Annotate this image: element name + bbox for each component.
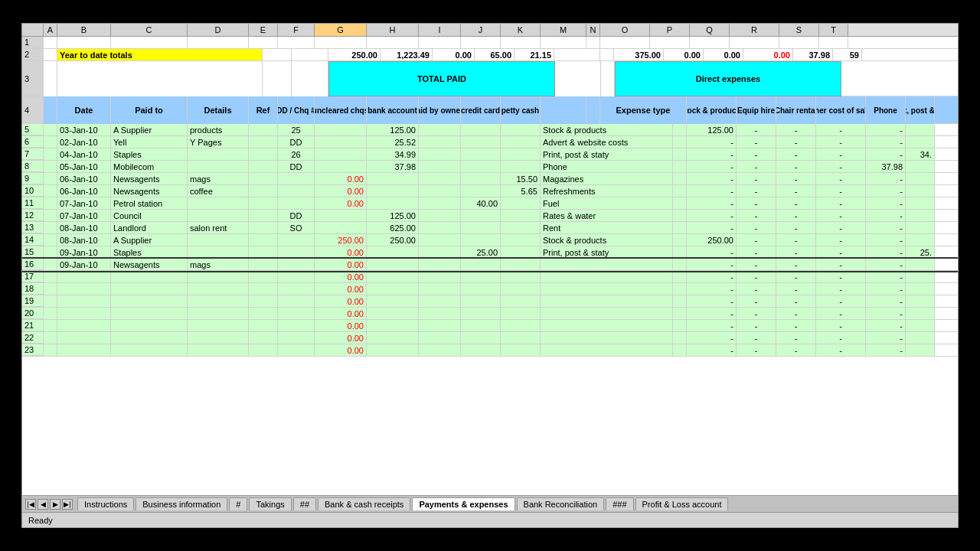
spreadsheet: A B C D E F G H I J K M N O P Q R S T 1 bbox=[21, 23, 959, 528]
row2-q: 0.00 bbox=[704, 49, 743, 60]
col-header-q: Q bbox=[690, 24, 730, 36]
row2-h: 1,223.49 bbox=[381, 49, 433, 60]
row-16: 1609-Jan-10Newsagentsmags0.00----- bbox=[22, 259, 958, 271]
row-13: 1308-Jan-10Landlordsalon rentSO625.00Ren… bbox=[22, 222, 958, 234]
col4-chair: Chair rental bbox=[776, 96, 816, 124]
col-header-h: H bbox=[367, 24, 419, 36]
col-header-k: K bbox=[501, 24, 541, 36]
row2-t: 59 bbox=[833, 49, 862, 60]
tab--[interactable]: # bbox=[229, 497, 247, 510]
row-15: 1509-Jan-10Staples0.0025.00Print, post &… bbox=[22, 246, 958, 259]
col-header-g: G bbox=[315, 24, 367, 36]
col4-other: Other cost of sales bbox=[816, 96, 866, 124]
col-header-t: T bbox=[819, 24, 848, 36]
row2-p: 0.00 bbox=[664, 49, 704, 60]
direct-expenses-header: Direct expenses bbox=[615, 61, 841, 96]
col4-dd-chq: DD / Chq # bbox=[278, 96, 315, 124]
row-2: 2 Year to date totals 250.00 1,223.49 0.… bbox=[22, 49, 958, 61]
tab-business-information[interactable]: Business information bbox=[136, 497, 227, 510]
col4-uncleared: uncleared chqs bbox=[315, 96, 367, 124]
tab-nav-last[interactable]: ▶| bbox=[62, 499, 73, 510]
col-header-i: I bbox=[419, 24, 461, 36]
status-bar: Ready bbox=[22, 512, 958, 527]
col-header-o: O bbox=[600, 24, 650, 36]
tab-payments---expenses[interactable]: Payments & expenses bbox=[412, 497, 514, 510]
tab-bar: |◀ ◀ ▶ ▶| InstructionsBusiness informati… bbox=[22, 495, 958, 512]
year-to-date-label: Year to date totals bbox=[57, 49, 263, 60]
col-header-s: S bbox=[779, 24, 819, 36]
row2-j: 65.00 bbox=[475, 49, 514, 60]
tab-bank-reconciliation[interactable]: Bank Reconciliation bbox=[517, 497, 605, 510]
row2-k: 21.15 bbox=[514, 49, 554, 60]
column-headers: A B C D E F G H I J K M N O P Q R S T bbox=[22, 24, 958, 37]
tab-container: InstructionsBusiness information#Takings… bbox=[77, 497, 728, 510]
col-header-e: E bbox=[249, 24, 278, 36]
row-6: 602-Jan-10YellY PagesDD25.52Advert & web… bbox=[22, 136, 958, 148]
row2-g: 250.00 bbox=[328, 49, 381, 60]
col-header-r: R bbox=[730, 24, 779, 36]
col4-paid-to: Paid to bbox=[111, 96, 188, 124]
col-header-j: J bbox=[461, 24, 501, 36]
col4-phone: Phone bbox=[866, 96, 906, 124]
col4-petty: petty cash bbox=[501, 96, 541, 124]
col-header-c: C bbox=[111, 24, 188, 36]
col4-expense-type: Expense type bbox=[600, 96, 687, 124]
col4-equip: Equip hire bbox=[737, 96, 776, 124]
row-5: 503-Jan-10A Supplierproducts25125.00Stoc… bbox=[22, 124, 958, 136]
col-header-lm: M bbox=[541, 24, 586, 36]
col-header-p: P bbox=[650, 24, 690, 36]
tab-nav-first[interactable]: |◀ bbox=[25, 499, 36, 510]
row-14: 1408-Jan-10A Supplier250.00250.00Stock &… bbox=[22, 234, 958, 246]
col4-details: Details bbox=[188, 96, 249, 124]
row-8: 805-Jan-10MobilecomDD37.98Phone----37.98 bbox=[22, 161, 958, 173]
col4-owners: paid by owners bbox=[419, 96, 461, 124]
row-12: 1207-Jan-10CouncilDD125.00Rates & water-… bbox=[22, 210, 958, 222]
row-22: 220.00----- bbox=[22, 332, 958, 344]
col-header-f: F bbox=[278, 24, 315, 36]
tab----[interactable]: ### bbox=[606, 497, 633, 510]
row-1: 1 bbox=[22, 37, 958, 49]
data-rows: 503-Jan-10A Supplierproducts25125.00Stoc… bbox=[22, 124, 958, 357]
col4-bank: bank account bbox=[367, 96, 419, 124]
tab-nav-prev[interactable]: ◀ bbox=[38, 499, 48, 510]
tab-nav[interactable]: |◀ ◀ ▶ ▶| bbox=[25, 499, 73, 510]
col4-credit: credit card bbox=[461, 96, 501, 124]
row-18: 180.00----- bbox=[22, 283, 958, 295]
row-20: 200.00----- bbox=[22, 308, 958, 320]
rownum-3: 3 bbox=[22, 61, 44, 96]
row2-i: 0.00 bbox=[433, 49, 475, 60]
row-10: 1006-Jan-10Newsagentscoffee0.005.65Refre… bbox=[22, 185, 958, 197]
rownum-1: 1 bbox=[22, 37, 44, 48]
tab-instructions[interactable]: Instructions bbox=[77, 497, 134, 510]
row2-r: 0.00 bbox=[743, 49, 793, 60]
rownum-2: 2 bbox=[22, 49, 44, 60]
col-header-d: D bbox=[188, 24, 249, 36]
row2-s: 37.98 bbox=[793, 49, 833, 60]
row2-o: 375.00 bbox=[614, 49, 664, 60]
tab---[interactable]: ## bbox=[293, 497, 316, 510]
col-header-b: B bbox=[57, 24, 111, 36]
rownum-4: 4 bbox=[22, 96, 44, 124]
row-19: 190.00----- bbox=[22, 295, 958, 308]
row-9: 906-Jan-10Newsagentsmags0.0015.50Magazin… bbox=[22, 173, 958, 185]
row-7: 704-Jan-10Staples2634.99Print, post & st… bbox=[22, 148, 958, 161]
row-11: 1107-Jan-10Petrol station0.0040.00Fuel--… bbox=[22, 197, 958, 210]
col4-expense bbox=[586, 96, 600, 124]
col4-date: Date bbox=[57, 96, 111, 124]
row-21: 210.00----- bbox=[22, 320, 958, 332]
total-paid-header: TOTAL PAID bbox=[328, 61, 555, 96]
status-text: Ready bbox=[28, 516, 53, 525]
col-header-n: N bbox=[586, 24, 600, 36]
col4-print: Print, post & stat bbox=[906, 96, 935, 124]
row-23: 230.00----- bbox=[22, 344, 958, 357]
tab-takings[interactable]: Takings bbox=[249, 497, 291, 510]
row-17: 170.00----- bbox=[22, 271, 958, 283]
tab-bank---cash-receipts[interactable]: Bank & cash receipts bbox=[318, 497, 410, 510]
col4-ref: Ref bbox=[249, 96, 278, 124]
tab-profit---loss-account[interactable]: Profit & Loss account bbox=[635, 497, 729, 510]
row-4: 4 Date Paid to Details Ref DD / Chq # un… bbox=[22, 96, 958, 124]
tab-nav-next[interactable]: ▶ bbox=[50, 499, 60, 510]
row-3: 3 TOTAL PAID Direct expenses bbox=[22, 61, 958, 96]
sheet-body: 1 2 Year to date totals bbox=[22, 37, 958, 495]
col-header-a: A bbox=[44, 24, 57, 36]
